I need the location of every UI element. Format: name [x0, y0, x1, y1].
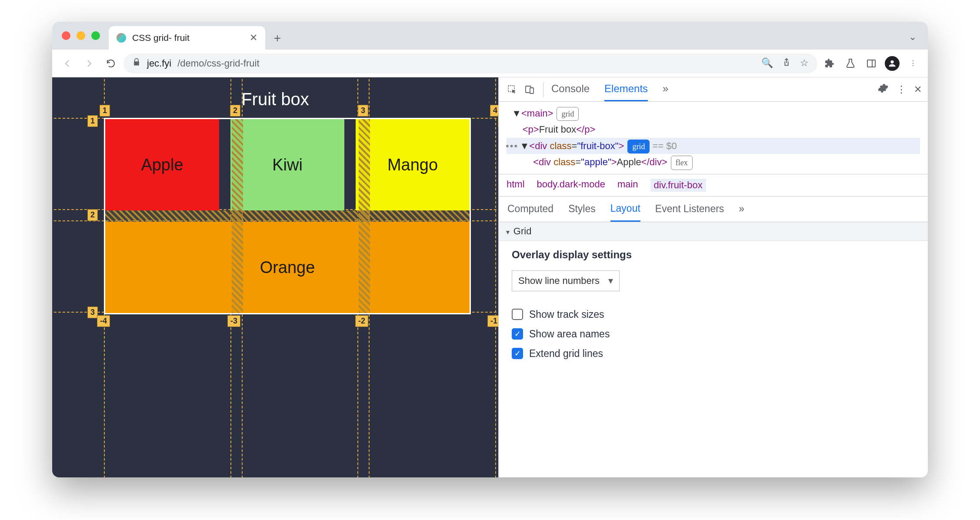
checkbox-icon: [512, 309, 523, 320]
side-panel-icon[interactable]: [863, 55, 880, 72]
checkbox-track-sizes[interactable]: Show track sizes: [512, 309, 915, 320]
tab-strip: CSS grid- fruit ✕ + ⌄: [52, 22, 928, 50]
dom-node[interactable]: <div class="apple">Apple</div>flex: [507, 154, 920, 170]
page-heading: Fruit box: [52, 77, 498, 118]
omnibox-actions: 🔍 ☆: [761, 57, 809, 70]
breadcrumbs: html body.dark-mode main div.fruit-box: [499, 174, 928, 197]
line-number-badge: -2: [355, 315, 368, 327]
labs-icon[interactable]: [842, 55, 859, 72]
tab-console[interactable]: Console: [551, 77, 590, 101]
breadcrumb-item-selected[interactable]: div.fruit-box: [650, 179, 706, 192]
browser-toolbar: jec.fyi/demo/css-grid-fruit 🔍 ☆ ⋮: [52, 50, 928, 77]
reload-button[interactable]: [102, 54, 120, 73]
window-controls: [62, 31, 100, 40]
new-tab-button[interactable]: +: [269, 30, 286, 47]
device-toolbar-icon[interactable]: [522, 82, 537, 97]
content-area: Fruit box Apple Kiwi Mango: [52, 77, 928, 477]
devtools-panel: Console Elements » ⋮ ✕ ▼<main>grid <p>Fr…: [498, 77, 928, 477]
dom-node[interactable]: ▼<main>grid: [507, 105, 920, 121]
line-number-badge: -1: [487, 315, 498, 327]
svg-rect-0: [867, 60, 875, 67]
line-number-badge: -1: [498, 115, 498, 127]
maximize-window-button[interactable]: [91, 31, 100, 40]
browser-tab[interactable]: CSS grid- fruit ✕: [109, 26, 265, 50]
back-button[interactable]: [58, 54, 77, 73]
line-number-badge: 1: [87, 115, 98, 127]
dom-tree[interactable]: ▼<main>grid <p>Fruit box</p> ••• ▼<div c…: [499, 102, 928, 174]
breadcrumb-item[interactable]: main: [617, 179, 638, 192]
overlay-settings-heading: Overlay display settings: [512, 249, 915, 261]
profile-avatar[interactable]: [883, 55, 901, 72]
tab-title: CSS grid- fruit: [132, 33, 190, 43]
flex-badge[interactable]: flex: [671, 156, 693, 170]
forward-button[interactable]: [80, 54, 98, 73]
tabs-dropdown-button[interactable]: ⌄: [909, 31, 917, 43]
layout-pane: Overlay display settings Show line numbe…: [499, 241, 928, 375]
checkbox-icon: ✓: [512, 348, 523, 359]
close-window-button[interactable]: [62, 31, 70, 40]
grid-cell-orange: Orange: [105, 222, 470, 313]
devtools-menu-button[interactable]: ⋮: [897, 84, 906, 95]
inspect-element-icon[interactable]: [505, 82, 520, 97]
line-numbers-select[interactable]: Show line numbers: [512, 270, 620, 291]
tab-layout[interactable]: Layout: [610, 197, 640, 222]
fruit-grid: Apple Kiwi Mango Orange: [104, 118, 471, 314]
share-icon[interactable]: [782, 57, 791, 70]
tab-styles[interactable]: Styles: [568, 197, 596, 221]
close-devtools-button[interactable]: ✕: [914, 84, 922, 95]
grid-badge[interactable]: grid: [557, 107, 579, 121]
grid-cell-mango: Mango: [356, 119, 470, 210]
url-path: /demo/css-grid-fruit: [177, 58, 259, 69]
line-number-badge: 2: [87, 209, 98, 221]
svg-rect-3: [530, 88, 533, 93]
grid-badge-active[interactable]: grid: [627, 140, 650, 154]
line-number-badge: 1: [100, 105, 110, 117]
line-number-badge: -4: [97, 315, 110, 327]
checkbox-icon: ✓: [512, 328, 523, 340]
dom-node[interactable]: <p>Fruit box</p>: [507, 121, 920, 137]
more-sub-tabs-button[interactable]: »: [739, 197, 744, 221]
lock-icon: [132, 58, 141, 69]
close-tab-button[interactable]: ✕: [250, 32, 257, 43]
grid-section-header[interactable]: Grid: [499, 222, 928, 241]
extensions-icon[interactable]: [821, 55, 838, 72]
devtools-toolbar: Console Elements » ⋮ ✕: [499, 77, 928, 102]
grid-gap: [105, 210, 470, 222]
line-number-badge: 4: [490, 105, 498, 117]
dom-node-selected[interactable]: ••• ▼<div class="fruit-box">grid == $0: [507, 138, 920, 154]
minimize-window-button[interactable]: [77, 31, 85, 40]
grid-cell-kiwi: Kiwi: [230, 119, 344, 210]
checkbox-area-names[interactable]: ✓Show area names: [512, 328, 915, 340]
breadcrumb-item[interactable]: html: [507, 179, 525, 192]
tab-elements[interactable]: Elements: [604, 77, 648, 101]
browser-window: CSS grid- fruit ✕ + ⌄ jec.fyi/demo/css-g…: [52, 22, 928, 477]
tab-event-listeners[interactable]: Event Listeners: [655, 197, 724, 221]
breadcrumb-item[interactable]: body.dark-mode: [537, 179, 605, 192]
line-number-badge: -3: [227, 315, 240, 327]
line-number-badge: 3: [358, 105, 368, 117]
settings-gear-icon[interactable]: [877, 83, 889, 97]
extended-grid-line: [495, 77, 496, 477]
devtools-main-tabs: Console Elements »: [551, 77, 668, 101]
checkbox-extend-lines[interactable]: ✓Extend grid lines: [512, 348, 915, 360]
bookmark-star-icon[interactable]: ☆: [800, 57, 809, 70]
url-host: jec.fyi: [147, 58, 171, 69]
browser-menu-button[interactable]: ⋮: [904, 55, 922, 72]
rendered-page: Fruit box Apple Kiwi Mango: [52, 77, 498, 477]
grid-cell-apple: Apple: [105, 119, 219, 210]
grid-overlay-region: Apple Kiwi Mango Orange 1 2 3 4 1 2 3 -1…: [80, 118, 471, 314]
favicon: [117, 33, 126, 43]
address-bar[interactable]: jec.fyi/demo/css-grid-fruit 🔍 ☆: [123, 53, 817, 73]
line-number-badge: 3: [87, 307, 98, 318]
more-tabs-button[interactable]: »: [663, 77, 668, 101]
styles-sub-tabs: Computed Styles Layout Event Listeners »: [499, 197, 928, 222]
line-number-badge: 2: [230, 105, 240, 117]
zoom-icon[interactable]: 🔍: [761, 57, 773, 70]
tab-computed[interactable]: Computed: [507, 197, 553, 221]
